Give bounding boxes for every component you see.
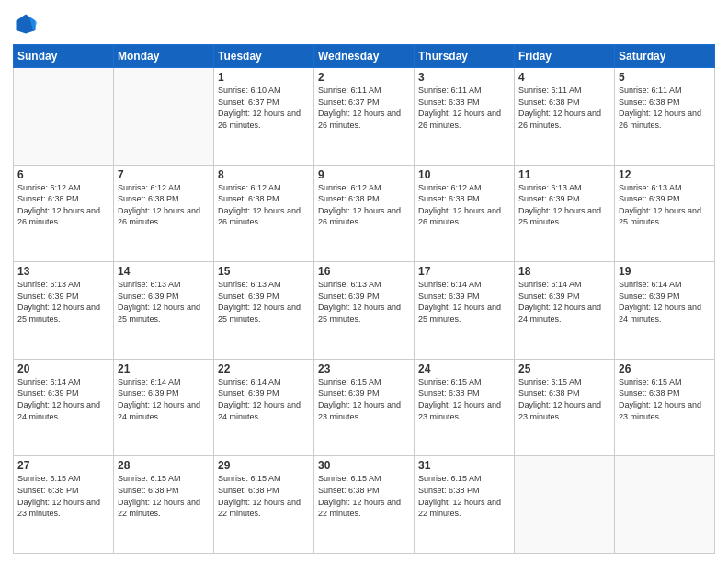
calendar-header-tuesday: Tuesday bbox=[214, 45, 314, 68]
day-number: 9 bbox=[318, 168, 410, 181]
day-info: Sunrise: 6:12 AM Sunset: 6:38 PM Dayligh… bbox=[318, 182, 410, 228]
calendar-header-thursday: Thursday bbox=[415, 45, 515, 68]
day-number: 29 bbox=[218, 459, 310, 472]
calendar-header-sunday: Sunday bbox=[14, 45, 114, 68]
day-number: 18 bbox=[518, 265, 610, 278]
calendar-header-wednesday: Wednesday bbox=[314, 45, 415, 68]
calendar-cell: 8Sunrise: 6:12 AM Sunset: 6:38 PM Daylig… bbox=[214, 165, 314, 262]
calendar-cell: 12Sunrise: 6:13 AM Sunset: 6:39 PM Dayli… bbox=[615, 165, 715, 262]
calendar-cell bbox=[615, 456, 715, 554]
day-number: 24 bbox=[418, 362, 510, 375]
day-number: 7 bbox=[118, 168, 210, 181]
calendar-header-saturday: Saturday bbox=[615, 45, 715, 68]
day-info: Sunrise: 6:14 AM Sunset: 6:39 PM Dayligh… bbox=[619, 279, 711, 325]
day-number: 30 bbox=[318, 459, 410, 472]
calendar-cell: 13Sunrise: 6:13 AM Sunset: 6:39 PM Dayli… bbox=[14, 262, 114, 360]
calendar-cell: 30Sunrise: 6:15 AM Sunset: 6:38 PM Dayli… bbox=[314, 456, 415, 554]
calendar-cell: 9Sunrise: 6:12 AM Sunset: 6:38 PM Daylig… bbox=[314, 165, 415, 262]
calendar-cell: 19Sunrise: 6:14 AM Sunset: 6:39 PM Dayli… bbox=[615, 262, 715, 360]
header bbox=[13, 11, 715, 37]
calendar-cell: 21Sunrise: 6:14 AM Sunset: 6:39 PM Dayli… bbox=[114, 359, 214, 456]
day-info: Sunrise: 6:12 AM Sunset: 6:38 PM Dayligh… bbox=[17, 182, 109, 228]
day-number: 23 bbox=[318, 362, 410, 375]
calendar-cell bbox=[515, 456, 615, 554]
day-info: Sunrise: 6:14 AM Sunset: 6:39 PM Dayligh… bbox=[418, 279, 510, 325]
calendar-header-row: SundayMondayTuesdayWednesdayThursdayFrid… bbox=[14, 45, 715, 68]
day-info: Sunrise: 6:13 AM Sunset: 6:39 PM Dayligh… bbox=[619, 182, 711, 228]
day-number: 12 bbox=[619, 168, 711, 181]
day-info: Sunrise: 6:15 AM Sunset: 6:38 PM Dayligh… bbox=[418, 376, 510, 422]
calendar-cell: 27Sunrise: 6:15 AM Sunset: 6:38 PM Dayli… bbox=[14, 456, 114, 554]
day-info: Sunrise: 6:11 AM Sunset: 6:38 PM Dayligh… bbox=[518, 85, 610, 131]
day-number: 10 bbox=[418, 168, 510, 181]
calendar-cell: 2Sunrise: 6:11 AM Sunset: 6:37 PM Daylig… bbox=[314, 68, 415, 166]
calendar-cell: 24Sunrise: 6:15 AM Sunset: 6:38 PM Dayli… bbox=[415, 359, 515, 456]
day-number: 2 bbox=[318, 71, 410, 84]
day-number: 13 bbox=[17, 265, 109, 278]
day-number: 25 bbox=[518, 362, 610, 375]
day-number: 17 bbox=[418, 265, 510, 278]
calendar-cell: 16Sunrise: 6:13 AM Sunset: 6:39 PM Dayli… bbox=[314, 262, 415, 360]
day-info: Sunrise: 6:15 AM Sunset: 6:38 PM Dayligh… bbox=[318, 473, 410, 519]
day-number: 31 bbox=[418, 459, 510, 472]
calendar-cell: 15Sunrise: 6:13 AM Sunset: 6:39 PM Dayli… bbox=[214, 262, 314, 360]
day-number: 27 bbox=[17, 459, 109, 472]
day-info: Sunrise: 6:15 AM Sunset: 6:38 PM Dayligh… bbox=[418, 473, 510, 519]
calendar-cell: 17Sunrise: 6:14 AM Sunset: 6:39 PM Dayli… bbox=[415, 262, 515, 360]
day-info: Sunrise: 6:14 AM Sunset: 6:39 PM Dayligh… bbox=[218, 376, 310, 422]
calendar-cell bbox=[14, 68, 114, 166]
calendar-cell: 29Sunrise: 6:15 AM Sunset: 6:38 PM Dayli… bbox=[214, 456, 314, 554]
day-number: 8 bbox=[218, 168, 310, 181]
calendar-cell: 1Sunrise: 6:10 AM Sunset: 6:37 PM Daylig… bbox=[214, 68, 314, 166]
day-number: 4 bbox=[518, 71, 610, 84]
calendar-header-friday: Friday bbox=[515, 45, 615, 68]
calendar-cell: 31Sunrise: 6:15 AM Sunset: 6:38 PM Dayli… bbox=[415, 456, 515, 554]
day-info: Sunrise: 6:12 AM Sunset: 6:38 PM Dayligh… bbox=[418, 182, 510, 228]
day-info: Sunrise: 6:10 AM Sunset: 6:37 PM Dayligh… bbox=[218, 85, 310, 131]
day-info: Sunrise: 6:13 AM Sunset: 6:39 PM Dayligh… bbox=[218, 279, 310, 325]
calendar-header-monday: Monday bbox=[114, 45, 214, 68]
calendar-cell: 11Sunrise: 6:13 AM Sunset: 6:39 PM Dayli… bbox=[515, 165, 615, 262]
logo-icon bbox=[13, 11, 39, 37]
calendar-cell: 22Sunrise: 6:14 AM Sunset: 6:39 PM Dayli… bbox=[214, 359, 314, 456]
page: SundayMondayTuesdayWednesdayThursdayFrid… bbox=[0, 0, 728, 563]
calendar-cell: 5Sunrise: 6:11 AM Sunset: 6:38 PM Daylig… bbox=[615, 68, 715, 166]
day-number: 19 bbox=[619, 265, 711, 278]
calendar-cell: 20Sunrise: 6:14 AM Sunset: 6:39 PM Dayli… bbox=[14, 359, 114, 456]
day-info: Sunrise: 6:13 AM Sunset: 6:39 PM Dayligh… bbox=[518, 182, 610, 228]
calendar-week-2: 13Sunrise: 6:13 AM Sunset: 6:39 PM Dayli… bbox=[14, 262, 715, 360]
day-info: Sunrise: 6:12 AM Sunset: 6:38 PM Dayligh… bbox=[218, 182, 310, 228]
calendar-week-1: 6Sunrise: 6:12 AM Sunset: 6:38 PM Daylig… bbox=[14, 165, 715, 262]
day-info: Sunrise: 6:15 AM Sunset: 6:38 PM Dayligh… bbox=[118, 473, 210, 519]
day-info: Sunrise: 6:14 AM Sunset: 6:39 PM Dayligh… bbox=[518, 279, 610, 325]
day-number: 5 bbox=[619, 71, 711, 84]
day-number: 21 bbox=[118, 362, 210, 375]
day-number: 22 bbox=[218, 362, 310, 375]
day-number: 16 bbox=[318, 265, 410, 278]
day-info: Sunrise: 6:13 AM Sunset: 6:39 PM Dayligh… bbox=[118, 279, 210, 325]
calendar-cell: 23Sunrise: 6:15 AM Sunset: 6:39 PM Dayli… bbox=[314, 359, 415, 456]
calendar-cell: 4Sunrise: 6:11 AM Sunset: 6:38 PM Daylig… bbox=[515, 68, 615, 166]
calendar-cell: 26Sunrise: 6:15 AM Sunset: 6:38 PM Dayli… bbox=[615, 359, 715, 456]
day-info: Sunrise: 6:11 AM Sunset: 6:38 PM Dayligh… bbox=[619, 85, 711, 131]
day-number: 15 bbox=[218, 265, 310, 278]
day-info: Sunrise: 6:14 AM Sunset: 6:39 PM Dayligh… bbox=[17, 376, 109, 422]
calendar-cell: 14Sunrise: 6:13 AM Sunset: 6:39 PM Dayli… bbox=[114, 262, 214, 360]
day-info: Sunrise: 6:13 AM Sunset: 6:39 PM Dayligh… bbox=[318, 279, 410, 325]
calendar-cell: 3Sunrise: 6:11 AM Sunset: 6:38 PM Daylig… bbox=[415, 68, 515, 166]
calendar-cell: 10Sunrise: 6:12 AM Sunset: 6:38 PM Dayli… bbox=[415, 165, 515, 262]
day-info: Sunrise: 6:12 AM Sunset: 6:38 PM Dayligh… bbox=[118, 182, 210, 228]
day-info: Sunrise: 6:14 AM Sunset: 6:39 PM Dayligh… bbox=[118, 376, 210, 422]
calendar-cell: 28Sunrise: 6:15 AM Sunset: 6:38 PM Dayli… bbox=[114, 456, 214, 554]
calendar-cell: 7Sunrise: 6:12 AM Sunset: 6:38 PM Daylig… bbox=[114, 165, 214, 262]
day-info: Sunrise: 6:11 AM Sunset: 6:37 PM Dayligh… bbox=[318, 85, 410, 131]
day-number: 28 bbox=[118, 459, 210, 472]
calendar-week-0: 1Sunrise: 6:10 AM Sunset: 6:37 PM Daylig… bbox=[14, 68, 715, 166]
calendar-cell: 25Sunrise: 6:15 AM Sunset: 6:38 PM Dayli… bbox=[515, 359, 615, 456]
day-number: 6 bbox=[17, 168, 109, 181]
day-number: 14 bbox=[118, 265, 210, 278]
day-info: Sunrise: 6:15 AM Sunset: 6:38 PM Dayligh… bbox=[17, 473, 109, 519]
day-number: 1 bbox=[218, 71, 310, 84]
day-number: 26 bbox=[619, 362, 711, 375]
day-info: Sunrise: 6:13 AM Sunset: 6:39 PM Dayligh… bbox=[17, 279, 109, 325]
